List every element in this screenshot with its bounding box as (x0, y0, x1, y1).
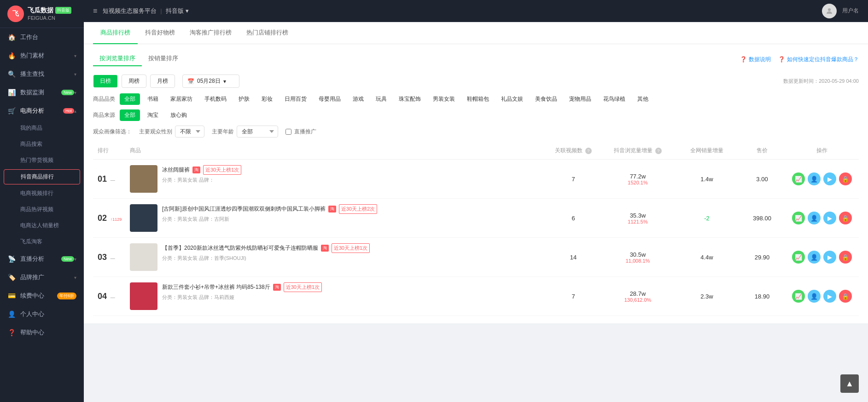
lock-btn[interactable]: 🔒 (839, 212, 852, 224)
category-jewelry[interactable]: 珠宝配饰 (394, 93, 425, 105)
chart-btn[interactable]: 📈 (792, 251, 805, 264)
category-pets[interactable]: 宠物用品 (565, 93, 596, 105)
source-fangxin[interactable]: 放心购 (166, 109, 192, 121)
ecommerce-kol-rank-label: 电商达人销量榜 (20, 222, 59, 230)
up-tag[interactable]: 近30天上榜2次 (339, 204, 377, 214)
product-tag: 淘 (273, 284, 281, 291)
video-btn[interactable]: ▶ (823, 251, 836, 264)
sidebar-item-coupon-center[interactable]: 💳 续费中心 年付6折 (0, 287, 84, 305)
table-row: 04 — 新款三件套小衫+吊带+冰丝裤 均码85-138斤 淘 近30天上榜1次 (93, 277, 859, 316)
info-icon-views[interactable]: ? (655, 148, 662, 154)
category-games[interactable]: 游戏 (348, 93, 368, 105)
views-number: 28.7w (601, 290, 675, 297)
sidebar-item-workbench[interactable]: 🏠 工作台 (0, 28, 84, 46)
video-btn[interactable]: ▶ (823, 212, 836, 224)
monthly-btn[interactable]: 月榜 (150, 75, 175, 88)
category-skincare[interactable]: 护肤 (234, 93, 254, 105)
actions-cell: 📈 👤 ▶ 🔒 (785, 290, 859, 303)
category-makeup[interactable]: 彩妆 (257, 93, 277, 105)
rank-change: — (111, 256, 115, 261)
menu-icon[interactable]: ≡ (93, 7, 97, 15)
lock-btn[interactable]: 🔒 (839, 290, 852, 303)
chart-btn[interactable]: 📈 (792, 212, 805, 224)
product-info: 冰丝阔腿裤 淘 近30天上榜1次 分类：男装女装 品牌： (162, 165, 546, 184)
sidebar-item-live-analysis[interactable]: 📡 直播分析 New ▾ (0, 250, 84, 268)
category-books[interactable]: 书籍 (143, 93, 163, 105)
user-btn[interactable]: 👤 (808, 172, 821, 185)
up-tag[interactable]: 近30天上榜1次 (203, 165, 241, 175)
category-daily[interactable]: 日用百货 (280, 93, 311, 105)
category-others[interactable]: 其他 (633, 93, 653, 105)
sort-by-sales[interactable]: 按销量排序 (142, 52, 185, 66)
sidebar-item-ecommerce[interactable]: 🛒 电商分析 Hot ▴ (0, 102, 84, 120)
product-tag: 淘 (328, 206, 336, 213)
age-select-wrap: 主要年龄 全部 18岁以下 18-24岁 25-30岁 31-40岁 41岁以上 (212, 126, 278, 138)
up-tag[interactable]: 近30天上榜1次 (332, 243, 370, 253)
sidebar-item-hot-materials[interactable]: 🔥 热门素材 ▾ (0, 46, 84, 65)
user-btn[interactable]: 👤 (808, 290, 821, 303)
daily-btn[interactable]: 日榜 (93, 75, 118, 88)
sort-by-views[interactable]: 按浏览量排序 (93, 52, 142, 66)
price-cell: 398.00 (739, 215, 785, 222)
sidebar-sub-product-search[interactable]: 商品搜索 (0, 136, 84, 152)
source-all[interactable]: 全部 (120, 109, 140, 121)
category-flowers[interactable]: 花鸟绿植 (599, 93, 630, 105)
user-btn[interactable]: 👤 (808, 212, 821, 224)
chart-btn[interactable]: 📈 (792, 290, 805, 303)
category-mother-baby[interactable]: 母婴用品 (314, 93, 345, 105)
category-electronics[interactable]: 手机数码 (200, 93, 231, 105)
up-tag[interactable]: 近30天上榜1次 (284, 282, 322, 292)
sidebar-sub-ecommerce-video-rank[interactable]: 电商视频排行 (0, 185, 84, 201)
category-clothing[interactable]: 男装女装 (428, 93, 460, 105)
tab-hot-stores[interactable]: 热门店铺排行榜 (239, 22, 296, 44)
info-icon-videos[interactable]: ? (585, 148, 592, 154)
gender-select[interactable]: 不限 男 女 (175, 126, 204, 138)
sidebar-item-personal-center[interactable]: 👤 个人中心 (0, 305, 84, 323)
sidebar-item-data-monitor-label: 数据监测 (20, 88, 59, 97)
category-all[interactable]: 全部 (120, 93, 140, 105)
sidebar-item-ecommerce-label: 电商分析 (20, 107, 61, 115)
video-btn[interactable]: ▶ (823, 172, 836, 185)
tab-taobao-promo[interactable]: 淘客推广排行榜 (182, 22, 239, 44)
table-row: 01 — 冰丝阔腿裤 淘 近30天上榜1次 分类：男 (93, 160, 859, 199)
sidebar-item-help-center[interactable]: ❓ 帮助中心 (0, 323, 84, 342)
platform-selector[interactable]: 抖音版 ▾ (166, 7, 189, 15)
sidebar-sub-ecommerce-kol-rank[interactable]: 电商达人销量榜 (0, 218, 84, 234)
logo-sub: FEIGUA.CN (28, 15, 71, 21)
category-shoes-bags[interactable]: 鞋帽箱包 (462, 93, 494, 105)
sidebar-item-data-monitor[interactable]: 📊 数据监测 New ▾ (0, 83, 84, 102)
category-beauty-food[interactable]: 美食饮品 (530, 93, 562, 105)
product-name: 新款三件套小衫+吊带+冰丝裤 均码85-138斤 淘 近30天上榜1次 (162, 282, 546, 292)
tab-product-rank[interactable]: 商品排行榜 (93, 22, 138, 44)
sidebar-sub-hot-products-video[interactable]: 热门带货视频 (0, 152, 84, 168)
table-header: 排行 商品 关联视频数 ? 抖音浏览量增量 ? 全网销量增量 售价 操作 (93, 142, 859, 160)
video-btn[interactable]: ▶ (823, 290, 836, 303)
sidebar-sub-douyin-product-rank[interactable]: 抖音商品排行 (4, 169, 80, 184)
product-image (130, 282, 157, 310)
category-row: 商品品类 全部 书籍 家居家坊 手机数码 护肤 彩妆 日用百货 母婴用品 游戏 … (93, 93, 859, 105)
age-select[interactable]: 全部 18岁以下 18-24岁 25-30岁 31-40岁 41岁以上 (237, 126, 278, 138)
date-picker[interactable]: 📅 05月28日 ▾ (182, 75, 239, 88)
sidebar-sub-feigua-taobao[interactable]: 飞瓜淘客 (0, 234, 84, 250)
sidebar-item-streamer-search[interactable]: 🔍 播主查找 ▾ (0, 65, 84, 83)
tab-douyin-hot[interactable]: 抖音好物榜 (138, 22, 182, 44)
action-buttons: 📈 👤 ▶ 🔒 (785, 251, 859, 264)
chart-btn[interactable]: 📈 (792, 172, 805, 185)
live-promo-checkbox[interactable] (285, 129, 291, 135)
user-btn[interactable]: 👤 (808, 251, 821, 264)
sidebar-item-brand-promotion[interactable]: 🏷️ 品牌推广 ▾ (0, 268, 84, 287)
tag-icon: 🏷️ (7, 273, 16, 281)
how-to-link[interactable]: ❓ 如何快速定位抖音爆款商品？ (778, 56, 859, 63)
data-explanation-link[interactable]: ❓ 数据说明 (740, 56, 771, 63)
weekly-btn[interactable]: 周榜 (122, 75, 146, 88)
views-number: 77.2w (601, 173, 675, 180)
sidebar-sub-my-products[interactable]: 我的商品 (0, 120, 84, 136)
scroll-top-button[interactable]: ▲ (840, 374, 859, 393)
category-toys[interactable]: 玩具 (371, 93, 391, 105)
sidebar-sub-product-reviews[interactable]: 商品热评视频 (0, 201, 84, 218)
lock-btn[interactable]: 🔒 (839, 251, 852, 264)
category-gifts[interactable]: 礼品文娱 (496, 93, 528, 105)
source-taobao[interactable]: 淘宝 (143, 109, 163, 121)
category-home[interactable]: 家居家坊 (166, 93, 197, 105)
lock-btn[interactable]: 🔒 (839, 172, 852, 185)
